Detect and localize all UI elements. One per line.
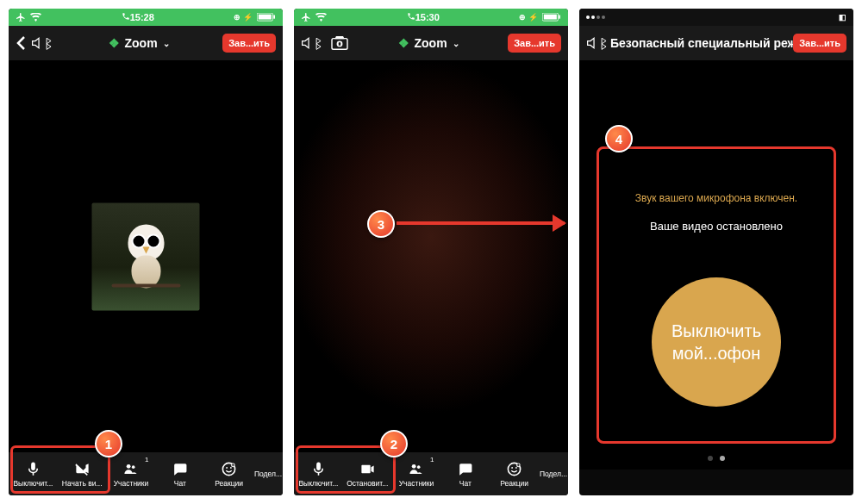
- people-icon: [408, 461, 424, 477]
- chevron-down-icon: ⌄: [163, 39, 170, 48]
- video-area[interactable]: [9, 60, 283, 452]
- phone-screen-1: 15:28 ⊕ ⚡ ❖Zoom⌄ Зав...ить Выключит... Н…: [9, 9, 283, 495]
- status-misc: ⊕ ⚡: [519, 13, 538, 22]
- phone-screen-3: ◧ Безопасный специальный реж Зав...ить З…: [579, 9, 853, 495]
- video-status-text: Ваше видео остановлено: [599, 220, 834, 233]
- svg-point-14: [417, 465, 421, 469]
- share-button[interactable]: Подел...: [539, 452, 568, 495]
- nav-bar: Безопасный специальный реж Зав...ить: [579, 26, 853, 60]
- people-icon: [122, 461, 139, 477]
- smile-icon: [221, 461, 237, 477]
- shield-icon: ❖: [109, 36, 120, 50]
- status-time: 15:28: [130, 12, 154, 22]
- svg-rect-12: [332, 39, 347, 50]
- switch-camera-icon[interactable]: [330, 35, 349, 51]
- mic-status-text: Звук вашего микрофона включен.: [599, 192, 834, 204]
- phone-screen-2: 15:30 ⊕ ⚡ ❖Zoom⌄ Зав...ить Выключит... О…: [294, 9, 568, 495]
- nav-bar: ❖Zoom⌄ Зав...ить: [294, 26, 568, 60]
- highlight-box-1: [10, 445, 110, 494]
- status-bar: 15:30 ⊕ ⚡: [294, 9, 568, 26]
- svg-rect-2: [273, 16, 275, 19]
- svg-point-4: [132, 465, 135, 469]
- mute-mic-button[interactable]: Выключитьмой...офон: [652, 277, 781, 407]
- reactions-button[interactable]: Реакции: [204, 452, 253, 495]
- chat-button[interactable]: Чат: [155, 452, 204, 495]
- annotation-marker-1: 1: [95, 430, 122, 457]
- safe-mode-title: Безопасный специальный реж: [610, 36, 793, 50]
- phone-icon: [122, 12, 130, 21]
- meeting-title[interactable]: ❖Zoom⌄: [109, 36, 170, 50]
- end-button[interactable]: Зав...ить: [222, 34, 276, 53]
- status-time: 15:30: [415, 12, 440, 22]
- status-bar: ◧: [579, 9, 853, 26]
- swipe-arrow: [397, 221, 565, 225]
- page-indicator: [708, 456, 725, 461]
- status-bar: 15:28 ⊕ ⚡: [9, 9, 283, 26]
- chat-icon: [172, 461, 188, 477]
- status-misc: ◧: [839, 13, 846, 22]
- camera-feed: [294, 60, 568, 452]
- svg-point-17: [515, 466, 517, 468]
- phone-icon: [407, 12, 415, 21]
- participant-count: 1: [145, 456, 148, 464]
- smile-icon: [506, 461, 522, 477]
- reactions-button[interactable]: Реакции: [490, 452, 539, 495]
- battery-icon: [257, 13, 276, 22]
- speaker-bt-icon[interactable]: [301, 35, 325, 51]
- safe-mode-area[interactable]: Звук вашего микрофона включен. Ваше виде…: [579, 60, 853, 470]
- svg-rect-10: [544, 15, 557, 20]
- svg-point-13: [412, 464, 416, 468]
- chevron-down-icon: ⌄: [453, 39, 459, 48]
- share-button[interactable]: Подел...: [253, 452, 283, 495]
- wifi-icon: [30, 13, 41, 22]
- annotation-marker-3: 3: [367, 210, 395, 238]
- wifi-icon: [315, 13, 327, 22]
- shield-icon: ❖: [398, 36, 409, 50]
- signal-dots-icon: [586, 16, 605, 19]
- participants-button[interactable]: 1Участники: [107, 452, 156, 495]
- participant-avatar: [92, 202, 200, 310]
- svg-point-7: [230, 466, 232, 468]
- chat-button[interactable]: Чат: [440, 452, 490, 495]
- annotation-marker-4: 4: [605, 125, 633, 152]
- highlight-box-2: [296, 445, 396, 494]
- participants-button[interactable]: 1Участники: [392, 452, 441, 495]
- annotation-marker-2: 2: [380, 430, 408, 457]
- svg-point-16: [511, 466, 513, 468]
- nav-bar: ❖Zoom⌄ Зав...ить: [9, 26, 283, 60]
- status-misc: ⊕ ⚡: [234, 13, 253, 22]
- airplane-icon: [301, 12, 311, 22]
- speaker-bt-icon[interactable]: [586, 35, 610, 51]
- participant-count: 1: [430, 456, 434, 464]
- end-button[interactable]: Зав...ить: [508, 34, 561, 53]
- svg-rect-1: [259, 15, 272, 20]
- highlight-box-4: Звук вашего микрофона включен. Ваше виде…: [597, 146, 836, 444]
- end-button[interactable]: Зав...ить: [793, 34, 846, 53]
- chat-icon: [457, 461, 473, 477]
- back-icon[interactable]: [16, 35, 26, 51]
- svg-point-6: [226, 466, 228, 468]
- svg-rect-11: [559, 16, 560, 19]
- speaker-bt-icon[interactable]: [31, 35, 55, 51]
- battery-icon: [542, 13, 561, 22]
- airplane-icon: [16, 12, 26, 22]
- video-area[interactable]: [294, 60, 568, 452]
- svg-point-3: [127, 464, 131, 468]
- meeting-title[interactable]: ❖Zoom⌄: [398, 36, 459, 50]
